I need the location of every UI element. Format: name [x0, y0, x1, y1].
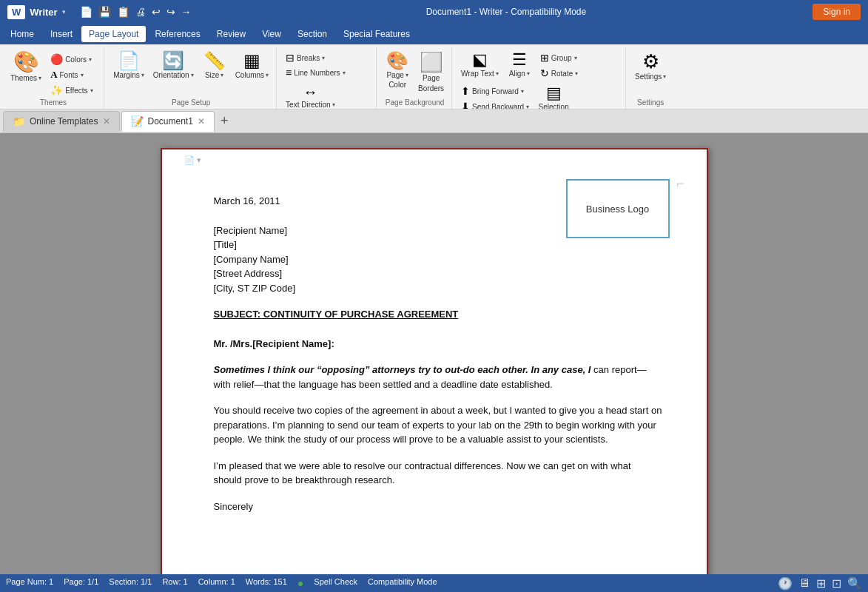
- app-dropdown-arrow[interactable]: ▾: [62, 8, 66, 16]
- columns-button[interactable]: ▦ Columns ▾: [232, 50, 272, 81]
- rotate-label: Rotate: [551, 70, 573, 78]
- page-color-arrow: ▾: [406, 72, 408, 78]
- themes-small-col: 🔴 Colors ▾ A Fonts ▾ ✨ Effects ▾: [47, 52, 99, 98]
- wrap-text-button[interactable]: ⬕ Wrap Text ▾: [458, 50, 502, 79]
- ribbon-group-arrange: ⬕ Wrap Text ▾ ☰ Align ▾ ⊞ Group ▾: [454, 47, 626, 109]
- settings-label: Settings ▾: [635, 73, 666, 81]
- tab-online-templates[interactable]: 📁 Online Templates ✕: [3, 111, 120, 132]
- text-direction-button[interactable]: ↔ Text Direction ▾: [283, 83, 338, 110]
- breaks-button[interactable]: ⊟ Breaks ▾: [283, 50, 371, 65]
- menu-view[interactable]: View: [255, 26, 289, 42]
- group-button[interactable]: ⊞ Group ▾: [537, 50, 589, 65]
- status-page: Page: 1/1: [64, 577, 98, 589]
- effects-icon: ✨: [50, 84, 63, 96]
- wrap-text-arrow: ▾: [496, 70, 499, 77]
- tab-document1[interactable]: 📝 Document1 ✕: [121, 111, 215, 132]
- line-numbers-label: Line Numbers: [294, 69, 340, 77]
- app-logo: W: [7, 5, 25, 19]
- orientation-button[interactable]: 🔄 Orientation ▾: [150, 50, 197, 81]
- menu-insert[interactable]: Insert: [43, 26, 80, 42]
- page-fold-icon: 📄 ▾: [184, 155, 201, 165]
- size-button[interactable]: 📏 Size ▾: [200, 50, 229, 81]
- ribbon-group-text-flow: ⊟ Breaks ▾ ≡ Line Numbers ▾ ↔ Text Direc…: [278, 47, 377, 109]
- align-button[interactable]: ☰ Align ▾: [505, 50, 534, 79]
- ribbon-group-page-background: 🎨 Page ▾ Color ⬜ Page Borders Page Backg…: [378, 47, 452, 109]
- settings-button[interactable]: ⚙ Settings ▾: [632, 50, 669, 82]
- columns-icon: ▦: [243, 52, 260, 70]
- text-direction-arrow: ▾: [332, 101, 335, 108]
- page-setup-group-label: Page Setup: [172, 98, 210, 109]
- breaks-arrow: ▾: [322, 55, 325, 61]
- print-button[interactable]: 🖨: [133, 4, 148, 19]
- menu-page-layout[interactable]: Page Layout: [81, 26, 146, 42]
- menu-section[interactable]: Section: [290, 26, 334, 42]
- page-borders-button[interactable]: ⬜ Page Borders: [415, 50, 447, 95]
- document-page[interactable]: 📄 ▾ Business Logo ⌐ March 16, 2011 [Reci…: [161, 148, 708, 574]
- menu-review[interactable]: Review: [209, 26, 253, 42]
- tab-add-button[interactable]: +: [216, 113, 233, 129]
- group-label: Group: [551, 54, 572, 62]
- status-bar-left: Page Num: 1 Page: 1/1 Section: 1/1 Row: …: [6, 577, 437, 589]
- themes-button[interactable]: 🎨 Themes ▾: [7, 50, 44, 84]
- line-numbers-button[interactable]: ≡ Line Numbers ▾: [283, 65, 371, 80]
- align-icon: ☰: [512, 52, 527, 68]
- status-fit-button[interactable]: ⊡: [832, 576, 841, 591]
- bring-send-col: ⬆ Bring Forward ▾ ⬇ Send Backward ▾: [458, 84, 532, 110]
- undo-button[interactable]: ↩: [149, 4, 163, 19]
- menu-special-features[interactable]: Special Features: [336, 26, 417, 42]
- status-column: Column: 1: [198, 577, 235, 589]
- status-zoom-button[interactable]: 🔍: [847, 576, 862, 591]
- tab-document1-label: Document1: [148, 116, 193, 127]
- margins-button[interactable]: 📄 Margins ▾: [110, 50, 147, 81]
- themes-group-content: 🎨 Themes ▾ 🔴 Colors ▾ A Fonts ▾: [7, 47, 99, 98]
- subject-line: SUBJECT: CONTINUITY OF PURCHASE AGREEMEN…: [214, 307, 662, 322]
- margins-label: Margins ▾: [113, 71, 144, 79]
- signin-button[interactable]: Sign in: [813, 4, 861, 20]
- themes-group-label: Themes: [40, 98, 67, 109]
- status-row: Row: 1: [162, 577, 187, 589]
- bring-forward-button[interactable]: ⬆ Bring Forward ▾: [458, 84, 532, 98]
- columns-arrow: ▾: [266, 72, 269, 78]
- spell-check-dot: ●: [297, 577, 303, 589]
- fonts-arrow: ▾: [81, 72, 84, 78]
- status-spell-check: Spell Check: [314, 577, 357, 589]
- breaks-icon: ⊟: [286, 52, 295, 64]
- recipient-street: [Street Address]: [214, 266, 662, 281]
- page-color-button[interactable]: 🎨 Page ▾ Color: [383, 50, 412, 91]
- rotate-button[interactable]: ↻ Rotate ▾: [537, 66, 589, 81]
- new-button[interactable]: 📄: [78, 4, 95, 19]
- colors-button[interactable]: 🔴 Colors ▾: [47, 52, 99, 67]
- selection-pane-button[interactable]: ▤ SelectionPane: [535, 84, 572, 110]
- send-backward-button[interactable]: ⬇ Send Backward ▾: [458, 99, 532, 110]
- tab-document1-close[interactable]: ✕: [198, 116, 205, 127]
- tab-online-templates-label: Online Templates: [30, 116, 98, 127]
- forward-button[interactable]: →: [179, 4, 194, 19]
- page-color-icon: 🎨: [386, 52, 408, 70]
- menu-references[interactable]: References: [147, 26, 207, 42]
- status-monitor-button[interactable]: 🖥: [798, 576, 810, 590]
- settings-group-label: Settings: [637, 98, 664, 109]
- rotate-icon: ↻: [540, 67, 549, 79]
- size-arrow: ▾: [221, 72, 223, 78]
- page-color-sublabel: Color: [388, 81, 406, 90]
- title-bar-left: W Writer ▾ 📄 💾 📋 🖨 ↩ ↪ →: [7, 4, 200, 19]
- colors-icon: 🔴: [50, 53, 63, 65]
- status-history-button[interactable]: 🕐: [778, 576, 793, 591]
- page-bg-group-content: 🎨 Page ▾ Color ⬜ Page Borders: [383, 47, 447, 98]
- fonts-button[interactable]: A Fonts ▾: [47, 67, 99, 82]
- effects-button[interactable]: ✨ Effects ▾: [47, 83, 99, 98]
- save-button[interactable]: 💾: [96, 4, 113, 19]
- tab-online-templates-close[interactable]: ✕: [103, 116, 110, 127]
- corner-marker: ⌐: [676, 176, 684, 192]
- tab-bar: 📁 Online Templates ✕ 📝 Document1 ✕ +: [0, 110, 868, 133]
- group-icon: ⊞: [540, 52, 549, 64]
- app-name: Writer: [30, 7, 57, 18]
- menu-home[interactable]: Home: [3, 26, 41, 42]
- line-numbers-arrow: ▾: [343, 70, 346, 76]
- fonts-icon: A: [50, 69, 57, 81]
- status-grid-button[interactable]: ⊞: [816, 576, 826, 591]
- status-bar: Page Num: 1 Page: 1/1 Section: 1/1 Row: …: [0, 574, 868, 592]
- page-background-group-label: Page Background: [386, 98, 445, 109]
- redo-button[interactable]: ↪: [164, 4, 178, 19]
- pdf-button[interactable]: 📋: [115, 4, 132, 19]
